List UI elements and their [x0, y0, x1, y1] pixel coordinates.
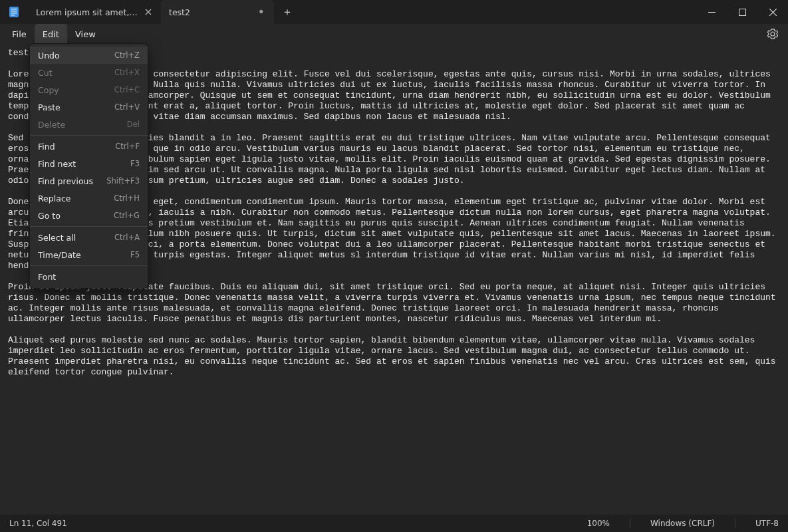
- menu-separator: [30, 226, 148, 227]
- menu-item-go-to[interactable]: Go toCtrl+G: [30, 207, 148, 224]
- menu-item-find-next[interactable]: Find nextF3: [30, 155, 148, 172]
- svg-rect-5: [708, 12, 716, 13]
- menu-item-find[interactable]: FindCtrl+F: [30, 138, 148, 155]
- close-window-button[interactable]: [757, 0, 788, 24]
- status-zoom[interactable]: 100%: [587, 519, 610, 528]
- svg-rect-6: [739, 9, 745, 15]
- menu-item-shortcut: Ctrl+X: [114, 68, 140, 77]
- tab-label: test2: [169, 7, 252, 17]
- menu-bar: File Edit View UndoCtrl+ZCutCtrl+XCopyCt…: [0, 24, 788, 44]
- menu-item-label: Find previous: [38, 176, 106, 186]
- menu-item-label: Select all: [38, 233, 114, 243]
- svg-rect-1: [11, 9, 17, 9]
- menu-separator: [30, 135, 148, 136]
- tab-label: Lorem ipsum sit amet, consect: [36, 7, 138, 17]
- window-controls: [696, 0, 788, 24]
- menu-item-find-previous[interactable]: Find previousShift+F3: [30, 172, 148, 190]
- menu-edit[interactable]: Edit: [35, 24, 67, 44]
- status-bar: Ln 11, Col 491 100% Windows (CRLF) UTF-8: [0, 515, 788, 532]
- menu-file[interactable]: File: [4, 24, 35, 44]
- menu-item-shortcut: Ctrl+G: [114, 211, 140, 220]
- edit-menu-dropdown: UndoCtrl+ZCutCtrl+XCopyCtrl+CPasteCtrl+V…: [29, 43, 148, 289]
- menu-item-shortcut: Ctrl+V: [114, 102, 140, 112]
- svg-rect-0: [9, 7, 19, 17]
- menu-item-shortcut: F5: [130, 250, 140, 259]
- svg-rect-3: [11, 13, 17, 13]
- menu-item-replace[interactable]: ReplaceCtrl+H: [30, 190, 148, 207]
- menu-item-shortcut: Ctrl+F: [115, 142, 140, 151]
- tab-strip: Lorem ipsum sit amet, consecttest2•: [28, 0, 274, 24]
- settings-button[interactable]: [761, 24, 784, 44]
- menu-item-label: Go to: [38, 211, 114, 221]
- menu-item-label: Copy: [38, 85, 114, 95]
- menu-item-label: Delete: [38, 120, 127, 130]
- status-line-endings[interactable]: Windows (CRLF): [650, 519, 715, 528]
- new-tab-button[interactable]: ＋: [274, 0, 301, 24]
- menu-item-font[interactable]: Font: [30, 268, 148, 285]
- menu-item-label: Find: [38, 142, 115, 152]
- menu-item-select-all[interactable]: Select allCtrl+A: [30, 229, 148, 246]
- status-cursor-position: Ln 11, Col 491: [9, 519, 67, 528]
- status-divider: [630, 519, 630, 528]
- menu-item-label: Font: [38, 272, 140, 282]
- menu-item-cut: CutCtrl+X: [30, 64, 148, 81]
- menu-item-shortcut: Ctrl+Z: [114, 51, 140, 60]
- menu-item-undo[interactable]: UndoCtrl+Z: [30, 47, 148, 64]
- menu-item-label: Find next: [38, 159, 130, 169]
- menu-item-label: Undo: [38, 51, 114, 61]
- tab[interactable]: test2•: [161, 0, 274, 24]
- menu-item-shortcut: Shift+F3: [106, 176, 140, 186]
- menu-view[interactable]: View: [67, 24, 104, 44]
- menu-item-time-date[interactable]: Time/DateF5: [30, 246, 148, 263]
- close-tab-button[interactable]: [144, 7, 153, 17]
- status-encoding[interactable]: UTF-8: [755, 519, 779, 528]
- minimize-button[interactable]: [696, 0, 727, 24]
- app-icon: [0, 0, 28, 24]
- title-bar: Lorem ipsum sit amet, consecttest2• ＋: [0, 0, 788, 24]
- menu-separator: [30, 265, 148, 266]
- svg-rect-4: [11, 15, 15, 15]
- menu-item-label: Paste: [38, 102, 114, 112]
- menu-item-shortcut: F3: [130, 159, 140, 168]
- svg-rect-2: [11, 11, 17, 11]
- notepad-icon: [9, 6, 19, 18]
- gear-icon: [767, 29, 778, 39]
- maximize-button[interactable]: [727, 0, 757, 24]
- status-divider: [735, 519, 735, 528]
- menu-item-shortcut: Ctrl+C: [114, 85, 140, 94]
- menu-item-label: Cut: [38, 68, 114, 78]
- menu-item-shortcut: Ctrl+H: [114, 194, 140, 203]
- menu-item-shortcut: Ctrl+A: [114, 233, 140, 242]
- menu-item-label: Time/Date: [38, 250, 130, 260]
- menu-item-label: Replace: [38, 194, 114, 203]
- menu-item-paste[interactable]: PasteCtrl+V: [30, 98, 148, 116]
- menu-item-delete: DeleteDel: [30, 116, 148, 133]
- menu-item-shortcut: Del: [127, 120, 140, 129]
- menu-item-copy: CopyCtrl+C: [30, 81, 148, 98]
- tab[interactable]: Lorem ipsum sit amet, consect: [28, 0, 161, 24]
